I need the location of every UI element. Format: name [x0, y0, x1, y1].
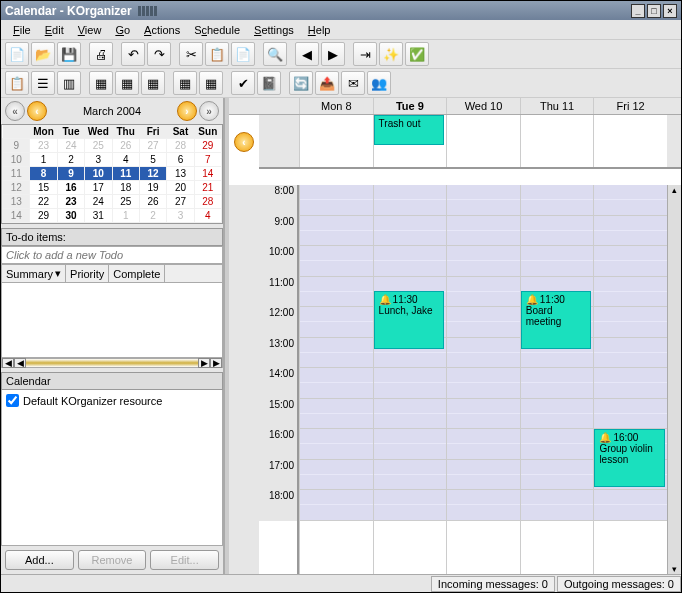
allday-cell[interactable]	[520, 115, 594, 167]
menu-file[interactable]: File	[7, 22, 37, 38]
scroll-down-icon[interactable]: ▾	[668, 564, 681, 574]
nextx-view-icon[interactable]: ▦	[173, 71, 197, 95]
menu-settings[interactable]: Settings	[248, 22, 300, 38]
minical-day[interactable]: 2	[57, 153, 84, 167]
minical-day[interactable]: 24	[85, 195, 112, 209]
allday-cell[interactable]	[299, 115, 373, 167]
list-view-icon[interactable]: ☰	[31, 71, 55, 95]
calendar-event[interactable]: 🔔11:30Board meeting	[521, 291, 592, 349]
find-icon[interactable]: 🔍	[263, 42, 287, 66]
day-header[interactable]: Fri 12	[593, 98, 667, 114]
minimize-button[interactable]: _	[631, 4, 645, 18]
menu-view[interactable]: View	[72, 22, 108, 38]
minical-day[interactable]: 22	[30, 195, 57, 209]
minical-day[interactable]: 9	[57, 167, 84, 181]
refresh-icon[interactable]: 🔄	[289, 71, 313, 95]
minical-day[interactable]: 17	[85, 181, 112, 195]
minical-day[interactable]: 23	[57, 195, 84, 209]
new-todo-icon[interactable]: ✅	[405, 42, 429, 66]
day-column[interactable]	[446, 185, 520, 574]
publish-icon[interactable]: 📤	[315, 71, 339, 95]
menu-actions[interactable]: Actions	[138, 22, 186, 38]
minical-day[interactable]: 27	[167, 195, 194, 209]
menu-edit[interactable]: Edit	[39, 22, 70, 38]
minical-day[interactable]: 24	[57, 139, 84, 153]
journal-view-icon[interactable]: 📓	[257, 71, 281, 95]
minical-day[interactable]: 10	[85, 167, 112, 181]
horizontal-splitter[interactable]: ◀ ◀ ▶ ▶	[1, 358, 223, 368]
minical-day[interactable]: 30	[57, 209, 84, 223]
day-column[interactable]: 🔔16:00Group violin lesson	[593, 185, 667, 574]
edit-button[interactable]: Edit...	[150, 550, 219, 570]
minical-day[interactable]: 19	[139, 181, 166, 195]
titlebar[interactable]: Calendar - KOrganizer _ □ ×	[1, 1, 681, 20]
col-summary[interactable]: Summary ▾	[2, 265, 66, 282]
day-column[interactable]: 🔔11:30Lunch, Jake	[373, 185, 447, 574]
back-icon[interactable]: ◀	[295, 42, 319, 66]
next-month-button[interactable]: ›	[177, 101, 197, 121]
minical-day[interactable]: 20	[167, 181, 194, 195]
scroll-right2-icon[interactable]: ▶	[210, 358, 222, 368]
new-icon[interactable]: 📄	[5, 42, 29, 66]
minical-day[interactable]: 4	[194, 209, 221, 223]
todo-view-icon[interactable]: ✔	[231, 71, 255, 95]
minical-day[interactable]: 29	[30, 209, 57, 223]
day-header[interactable]: Thu 11	[520, 98, 594, 114]
mail-icon[interactable]: ✉	[341, 71, 365, 95]
allday-cell[interactable]: Trash out	[373, 115, 447, 167]
minical-day[interactable]: 23	[30, 139, 57, 153]
day-column[interactable]: 🔔11:30Board meeting	[520, 185, 594, 574]
week-view-icon[interactable]: ▦	[141, 71, 165, 95]
menu-help[interactable]: Help	[302, 22, 337, 38]
minical-day[interactable]: 1	[112, 209, 139, 223]
allday-prev-button[interactable]: ‹	[234, 132, 254, 152]
redo-icon[interactable]: ↷	[147, 42, 171, 66]
undo-icon[interactable]: ↶	[121, 42, 145, 66]
calendar-event[interactable]: 🔔11:30Lunch, Jake	[374, 291, 445, 349]
minical-day[interactable]: 1	[30, 153, 57, 167]
minical-day[interactable]: 8	[30, 167, 57, 181]
minical-day[interactable]: 25	[85, 139, 112, 153]
paste-icon[interactable]: 📄	[231, 42, 255, 66]
minical-day[interactable]: 16	[57, 181, 84, 195]
next-year-button[interactable]: »	[199, 101, 219, 121]
minical-day[interactable]: 3	[85, 153, 112, 167]
scroll-left-icon[interactable]: ◀	[2, 358, 14, 368]
prev-month-button[interactable]: ‹	[27, 101, 47, 121]
minical-day[interactable]: 26	[139, 195, 166, 209]
save-icon[interactable]: 💾	[57, 42, 81, 66]
allday-cell[interactable]	[593, 115, 667, 167]
maximize-button[interactable]: □	[647, 4, 661, 18]
close-button[interactable]: ×	[663, 4, 677, 18]
minical-day[interactable]: 29	[194, 139, 221, 153]
cut-icon[interactable]: ✂	[179, 42, 203, 66]
3day-view-icon[interactable]: ▦	[89, 71, 113, 95]
calendar-resource-list[interactable]: Default KOrganizer resource	[1, 390, 223, 546]
allday-cell[interactable]	[446, 115, 520, 167]
prev-year-button[interactable]: «	[5, 101, 25, 121]
minical-day[interactable]: 15	[30, 181, 57, 195]
minical-day[interactable]: 7	[194, 153, 221, 167]
minical-day[interactable]: 14	[194, 167, 221, 181]
day-header[interactable]: Tue 9	[373, 98, 447, 114]
minical-day[interactable]: 3	[167, 209, 194, 223]
open-icon[interactable]: 📂	[31, 42, 55, 66]
minical-day[interactable]: 13	[167, 167, 194, 181]
goto-icon[interactable]: ⇥	[353, 42, 377, 66]
forward-icon[interactable]: ▶	[321, 42, 345, 66]
scroll-left2-icon[interactable]: ◀	[14, 358, 26, 368]
print-icon[interactable]: 🖨	[89, 42, 113, 66]
copy-icon[interactable]: 📋	[205, 42, 229, 66]
minical-day[interactable]: 26	[112, 139, 139, 153]
add-button[interactable]: Add...	[5, 550, 74, 570]
mini-calendar[interactable]: MonTueWedThuFriSatSun9232425262728291012…	[1, 124, 223, 224]
day-header[interactable]: Wed 10	[446, 98, 520, 114]
minical-day[interactable]: 12	[139, 167, 166, 181]
menu-schedule[interactable]: Schedule	[188, 22, 246, 38]
resource-checkbox[interactable]	[6, 394, 19, 407]
col-complete[interactable]: Complete	[109, 265, 165, 282]
remove-button[interactable]: Remove	[78, 550, 147, 570]
minical-day[interactable]: 2	[139, 209, 166, 223]
todo-input[interactable]	[1, 246, 223, 264]
day-view-icon[interactable]: ▥	[57, 71, 81, 95]
